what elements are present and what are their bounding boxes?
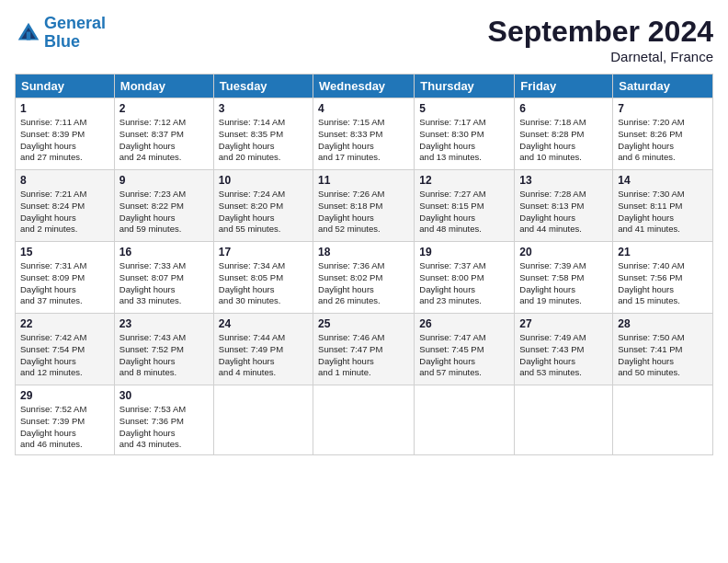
day-info: Sunrise: 7:46 AMSunset: 7:47 PMDaylight … — [318, 332, 409, 379]
daylight-hours-label: Daylight hours — [20, 284, 76, 294]
calendar-cell: 13Sunrise: 7:28 AMSunset: 8:13 PMDayligh… — [515, 170, 613, 242]
day-number: 20 — [519, 246, 608, 259]
day-info: Sunrise: 7:27 AMSunset: 8:15 PMDaylight … — [419, 189, 509, 236]
daylight-hours-value: and 44 minutes. — [519, 224, 582, 234]
title-block: September 2024 Darnetal, France — [488, 15, 713, 64]
day-info: Sunrise: 7:31 AMSunset: 8:09 PMDaylight … — [20, 260, 109, 307]
month-title: September 2024 — [488, 15, 713, 49]
day-number: 22 — [20, 317, 109, 330]
col-tuesday: Tuesday — [213, 75, 313, 98]
daylight-hours-value: and 12 minutes. — [20, 367, 83, 377]
daylight-hours-value: and 10 minutes. — [519, 152, 582, 162]
calendar-cell: 17Sunrise: 7:34 AMSunset: 8:05 PMDayligh… — [213, 242, 313, 314]
daylight-hours-label: Daylight hours — [219, 284, 275, 294]
logo-blue: Blue — [44, 32, 80, 51]
calendar-cell: 16Sunrise: 7:33 AMSunset: 8:07 PMDayligh… — [114, 242, 213, 314]
day-info: Sunrise: 7:33 AMSunset: 8:07 PMDaylight … — [119, 260, 209, 307]
day-info: Sunrise: 7:11 AMSunset: 8:39 PMDaylight … — [20, 117, 109, 164]
day-number: 27 — [519, 317, 608, 330]
daylight-hours-value: and 17 minutes. — [318, 152, 381, 162]
daylight-hours-value: and 8 minutes. — [119, 367, 176, 377]
daylight-hours-value: and 2 minutes. — [20, 224, 77, 234]
day-number: 24 — [219, 317, 308, 330]
daylight-hours-value: and 55 minutes. — [219, 224, 281, 234]
daylight-hours-value: and 59 minutes. — [119, 224, 182, 234]
calendar-cell: 26Sunrise: 7:47 AMSunset: 7:45 PMDayligh… — [415, 314, 515, 385]
daylight-hours-value: and 20 minutes. — [219, 152, 281, 162]
daylight-hours-label: Daylight hours — [419, 213, 475, 223]
day-number: 6 — [519, 102, 608, 115]
calendar-cell: 1Sunrise: 7:11 AMSunset: 8:39 PMDaylight… — [16, 98, 115, 170]
day-info: Sunrise: 7:21 AMSunset: 8:24 PMDaylight … — [20, 189, 109, 236]
calendar-cell: 19Sunrise: 7:37 AMSunset: 8:00 PMDayligh… — [415, 242, 515, 314]
daylight-hours-value: and 4 minutes. — [219, 367, 276, 377]
calendar-week-4: 22Sunrise: 7:42 AMSunset: 7:54 PMDayligh… — [16, 314, 713, 385]
daylight-hours-label: Daylight hours — [20, 141, 76, 151]
day-number: 30 — [119, 389, 209, 402]
daylight-hours-label: Daylight hours — [419, 284, 475, 294]
calendar-cell: 29Sunrise: 7:52 AMSunset: 7:39 PMDayligh… — [16, 385, 115, 455]
day-number: 7 — [618, 102, 708, 115]
day-info: Sunrise: 7:49 AMSunset: 7:43 PMDaylight … — [519, 332, 608, 379]
day-number: 4 — [318, 102, 409, 115]
daylight-hours-label: Daylight hours — [318, 284, 374, 294]
calendar-week-1: 1Sunrise: 7:11 AMSunset: 8:39 PMDaylight… — [16, 98, 713, 170]
daylight-hours-label: Daylight hours — [119, 141, 176, 151]
day-info: Sunrise: 7:30 AMSunset: 8:11 PMDaylight … — [618, 189, 708, 236]
day-info: Sunrise: 7:36 AMSunset: 8:02 PMDaylight … — [318, 260, 409, 307]
day-info: Sunrise: 7:39 AMSunset: 7:58 PMDaylight … — [519, 260, 608, 307]
daylight-hours-label: Daylight hours — [20, 428, 76, 438]
col-sunday: Sunday — [16, 75, 115, 98]
daylight-hours-value: and 53 minutes. — [519, 367, 582, 377]
calendar-cell: 30Sunrise: 7:53 AMSunset: 7:36 PMDayligh… — [114, 385, 213, 455]
daylight-hours-label: Daylight hours — [519, 284, 575, 294]
daylight-hours-label: Daylight hours — [119, 356, 176, 366]
day-number: 17 — [219, 246, 308, 259]
day-number: 5 — [419, 102, 509, 115]
calendar-week-5: 29Sunrise: 7:52 AMSunset: 7:39 PMDayligh… — [16, 385, 713, 455]
day-info: Sunrise: 7:43 AMSunset: 7:52 PMDaylight … — [119, 332, 209, 379]
day-number: 13 — [519, 174, 608, 187]
daylight-hours-value: and 33 minutes. — [119, 295, 182, 305]
day-number: 15 — [20, 246, 109, 259]
daylight-hours-value: and 24 minutes. — [119, 152, 182, 162]
daylight-hours-value: and 30 minutes. — [219, 295, 281, 305]
calendar-cell: 28Sunrise: 7:50 AMSunset: 7:41 PMDayligh… — [613, 314, 713, 385]
daylight-hours-label: Daylight hours — [219, 141, 275, 151]
day-info: Sunrise: 7:34 AMSunset: 8:05 PMDaylight … — [219, 260, 308, 307]
daylight-hours-value: and 13 minutes. — [419, 152, 482, 162]
day-info: Sunrise: 7:37 AMSunset: 8:00 PMDaylight … — [419, 260, 509, 307]
calendar-cell: 23Sunrise: 7:43 AMSunset: 7:52 PMDayligh… — [114, 314, 213, 385]
calendar-cell: 15Sunrise: 7:31 AMSunset: 8:09 PMDayligh… — [16, 242, 115, 314]
daylight-hours-value: and 48 minutes. — [419, 224, 482, 234]
calendar-cell: 7Sunrise: 7:20 AMSunset: 8:26 PMDaylight… — [613, 98, 713, 170]
col-wednesday: Wednesday — [313, 75, 415, 98]
daylight-hours-label: Daylight hours — [618, 213, 674, 223]
calendar-cell: 27Sunrise: 7:49 AMSunset: 7:43 PMDayligh… — [515, 314, 613, 385]
daylight-hours-value: and 46 minutes. — [20, 439, 83, 449]
calendar-cell: 24Sunrise: 7:44 AMSunset: 7:49 PMDayligh… — [213, 314, 313, 385]
col-saturday: Saturday — [613, 75, 713, 98]
calendar-cell: 2Sunrise: 7:12 AMSunset: 8:37 PMDaylight… — [114, 98, 213, 170]
logo-general: General — [44, 14, 106, 32]
col-thursday: Thursday — [415, 75, 515, 98]
day-number: 25 — [318, 317, 409, 330]
calendar-cell: 6Sunrise: 7:18 AMSunset: 8:28 PMDaylight… — [515, 98, 613, 170]
day-number: 3 — [219, 102, 308, 115]
daylight-hours-label: Daylight hours — [318, 141, 374, 151]
page: General Blue September 2024 Darnetal, Fr… — [0, 0, 728, 563]
day-info: Sunrise: 7:42 AMSunset: 7:54 PMDaylight … — [20, 332, 109, 379]
daylight-hours-label: Daylight hours — [419, 141, 475, 151]
daylight-hours-label: Daylight hours — [20, 213, 76, 223]
daylight-hours-label: Daylight hours — [119, 428, 176, 438]
day-info: Sunrise: 7:17 AMSunset: 8:30 PMDaylight … — [419, 117, 509, 164]
daylight-hours-label: Daylight hours — [318, 356, 374, 366]
calendar-cell: 20Sunrise: 7:39 AMSunset: 7:58 PMDayligh… — [515, 242, 613, 314]
daylight-hours-value: and 19 minutes. — [519, 295, 582, 305]
day-number: 26 — [419, 317, 509, 330]
col-monday: Monday — [114, 75, 213, 98]
logo: General Blue — [15, 15, 106, 52]
day-number: 18 — [318, 246, 409, 259]
day-number: 19 — [419, 246, 509, 259]
day-number: 9 — [119, 174, 209, 187]
